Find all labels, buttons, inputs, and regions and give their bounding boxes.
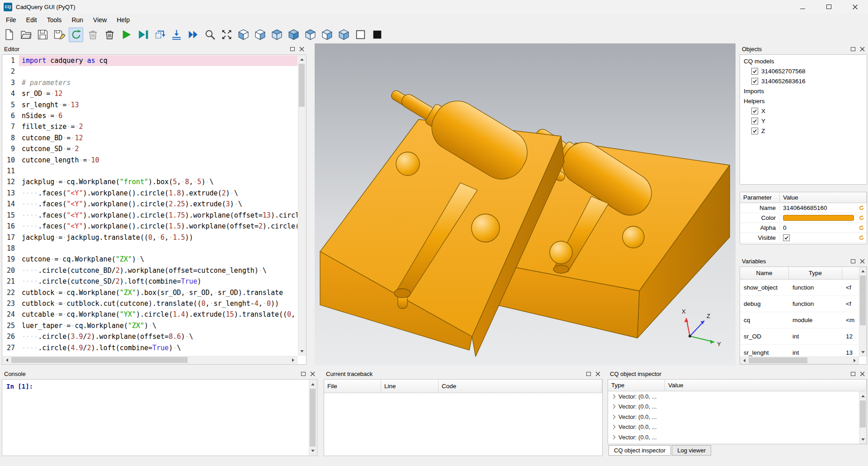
scrollbar-thumb[interactable] [860,400,866,428]
float-panel-icon[interactable] [851,47,855,51]
menu-view[interactable]: View [88,14,112,25]
code-line-24[interactable]: 24cutcable·=·cq.Workplane("YX").circle(1… [3,309,297,320]
variable-row-cq[interactable]: cqmodule<m [740,312,859,328]
view-front-button[interactable] [236,28,250,42]
editor-hscrollbar[interactable] [3,356,297,364]
step-over-button[interactable] [152,28,167,42]
close-panel-icon[interactable] [860,47,865,52]
render-button[interactable] [119,28,133,42]
checkbox[interactable] [751,68,758,75]
console-prompt[interactable]: In [1]: [2,380,317,393]
code-line-21[interactable]: 21····.circle(cutcone_SD/2).loft(combine… [3,276,297,287]
float-panel-icon[interactable] [301,372,306,376]
scroll-up-button[interactable] [859,392,867,399]
code-text[interactable]: cutcone_BD·=·12 [19,133,297,143]
scroll-right-button[interactable] [851,357,859,364]
code-text[interactable]: ····.circle(4.9/2).loft(combine=True)·\ [19,342,297,353]
scrollbar-thumb[interactable] [11,357,188,363]
code-text[interactable]: cutblock·=·cutblock.cut(cutcone).transla… [19,298,297,309]
color-swatch[interactable] [783,215,854,221]
step-next-button[interactable] [169,28,184,42]
code-line-9[interactable]: 9cutcone_SD·=·2 [3,143,297,154]
tab-log-viewer[interactable]: Log viewer [672,445,711,456]
autoreload-button[interactable] [69,28,83,42]
menu-help[interactable]: Help [112,14,135,25]
code-text[interactable]: ····.circle(cutcone_BD/2).workplane(offs… [19,265,297,276]
view-right-button[interactable] [320,28,334,42]
scrollbar-thumb[interactable] [310,389,316,447]
code-text[interactable] [19,243,297,254]
code-text[interactable]: ····.circle(cutcone_SD/2).loft(combine=T… [19,276,297,287]
shaded-button[interactable] [370,28,384,42]
viewport-3d[interactable]: X Z Y [315,43,736,366]
inspector-row[interactable]: Vector: (0.0, ... [608,422,867,433]
code-line-1[interactable]: 1import·cadquery·as·cq [3,55,297,66]
code-text[interactable] [19,166,297,176]
console-vscrollbar[interactable] [309,380,316,455]
expand-icon[interactable] [611,414,616,419]
view-back-button[interactable] [253,28,267,42]
scroll-left-button[interactable] [3,357,10,364]
view-bottom-button[interactable] [286,28,301,42]
scrollbar-thumb[interactable] [860,276,866,325]
save-as-button[interactable] [52,28,66,42]
tree-item-imports[interactable]: Imports [740,86,867,96]
tab-cq-object-inspector[interactable]: CQ object inspector [609,445,671,456]
column-header[interactable]: Line [381,380,439,393]
variable-row-debug[interactable]: debugfunction<f [740,296,859,312]
code-line-2[interactable]: 2 [3,66,297,77]
float-panel-icon[interactable] [290,47,295,51]
code-text[interactable]: cutcable·=·cq.Workplane("YX").circle(1.4… [19,309,297,320]
code-text[interactable]: luer_taper·=·cq.Workplane("ZX")·\ [19,320,297,331]
view-top-button[interactable] [269,28,284,42]
view-left-button[interactable] [303,28,317,42]
clear-console-button[interactable] [85,28,100,42]
tree-item-x[interactable]: X [740,106,867,116]
code-text[interactable]: cutcone·=·cq.Workplane("ZX")·\ [19,254,297,265]
code-text[interactable]: ····.faces("<Y").workplane().circle(1.5)… [19,221,297,232]
open-file-button[interactable] [19,28,33,42]
reset-icon[interactable] [856,235,867,241]
code-text[interactable]: # parameters [19,77,297,88]
scroll-up-button[interactable] [859,267,867,275]
code-line-13[interactable]: 13····.faces("<Y").workplane().circle(1.… [3,188,297,199]
code-line-16[interactable]: 16····.faces("<Y").workplane().circle(1.… [3,221,297,232]
property-value[interactable]: 3140646685160 [780,204,856,211]
property-name[interactable]: Name3140646685160 [740,203,867,213]
code-text[interactable]: import·cadquery·as·cq [19,55,297,66]
code-line-15[interactable]: 15····.faces("<Y").workplane().circle(1.… [3,210,297,221]
code-text[interactable]: cutblock·=·cq.Workplane("ZX").box(sr_OD,… [19,287,297,298]
code-text[interactable]: ····.faces("<Y").workplane().circle(2.25… [19,199,297,209]
code-line-26[interactable]: 26····.circle(3.9/2).workplane(offset=8.… [3,331,297,342]
visible-checkbox[interactable] [783,234,790,241]
property-value[interactable]: 0 [780,224,856,231]
code-text[interactable]: ····.faces("<Y").circle(3).extrude(-3) [19,353,297,356]
code-text[interactable]: jackplug·=·jackplug.translate((0,·6,·1.5… [19,232,297,243]
code-text[interactable]: cutcone_length·=·10 [19,155,297,166]
close-panel-icon[interactable] [299,47,304,52]
code-line-27[interactable]: 27····.circle(4.9/2).loft(combine=True)·… [3,342,297,353]
variables-vscrollbar[interactable] [859,267,867,357]
float-panel-icon[interactable] [851,372,855,376]
scroll-up-button[interactable] [298,56,306,63]
code-line-6[interactable]: 6nSides·=·6 [3,110,297,121]
property-alpha[interactable]: Alpha0 [740,223,867,233]
view-iso-button[interactable] [336,28,351,42]
inspector-row[interactable]: Vector: (0.0, ... [608,432,867,442]
tree-item-3140652707568[interactable]: 3140652707568 [740,66,867,76]
debug-button[interactable] [136,28,150,42]
column-header[interactable]: Type [608,380,665,391]
close-button[interactable] [842,0,868,14]
new-file-button[interactable] [2,28,16,42]
tree-item-cq-models[interactable]: CQ models [740,56,867,66]
checkbox[interactable] [751,118,758,124]
scroll-up-button[interactable] [309,380,316,388]
property-color[interactable]: Color [740,213,867,223]
scroll-down-button[interactable] [298,348,306,355]
code-line-7[interactable]: 7fillet_size·=·2 [3,121,297,132]
code-line-4[interactable]: 4sr_OD·=·12 [3,88,297,99]
code-line-17[interactable]: 17jackplug·=·jackplug.translate((0,·6,·1… [3,232,297,243]
property-value[interactable] [780,234,856,241]
float-panel-icon[interactable] [851,259,855,263]
fit-all-button[interactable] [219,28,234,42]
